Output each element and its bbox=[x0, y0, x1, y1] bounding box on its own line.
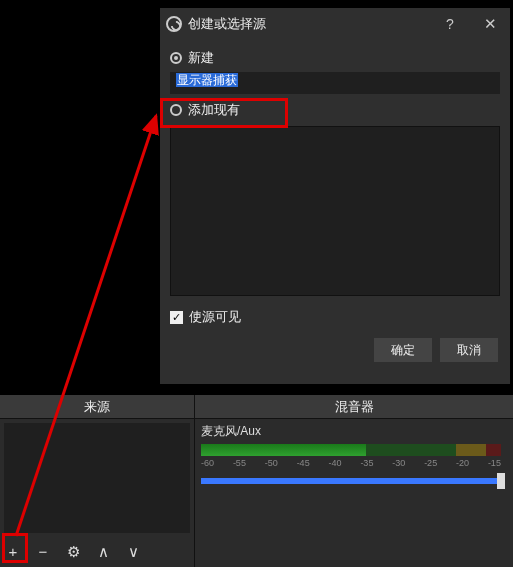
bottom-panels: 来源 + − ⚙ ∧ ∨ 混音器 麦克风/Aux -60-55-50-45-40… bbox=[0, 395, 513, 567]
meter-scale: -60-55-50-45-40-35-30-25-20-15 bbox=[201, 458, 501, 468]
radio-existing-row[interactable]: 添加现有 bbox=[170, 100, 500, 120]
radio-new-label: 新建 bbox=[188, 49, 214, 67]
sources-toolbar: + − ⚙ ∧ ∨ bbox=[4, 539, 142, 563]
existing-sources-list[interactable] bbox=[170, 126, 500, 296]
radio-existing-label: 添加现有 bbox=[188, 101, 240, 119]
visible-label: 使源可见 bbox=[189, 308, 241, 326]
mixer-panel: 混音器 麦克风/Aux -60-55-50-45-40-35-30-25-20-… bbox=[195, 395, 513, 567]
volume-meter bbox=[201, 444, 501, 456]
visible-checkbox[interactable]: ✓ bbox=[170, 311, 183, 324]
dialog-titlebar: 创建或选择源 ? ✕ bbox=[160, 8, 510, 40]
volume-slider[interactable] bbox=[201, 478, 501, 484]
obs-logo-icon bbox=[166, 16, 182, 32]
sources-header: 来源 bbox=[0, 395, 194, 419]
add-source-button[interactable]: + bbox=[4, 544, 22, 559]
radio-new[interactable] bbox=[170, 52, 182, 64]
mixer-track-label: 麦克风/Aux bbox=[201, 423, 513, 440]
visible-check-row[interactable]: ✓ 使源可见 bbox=[170, 308, 500, 326]
close-button[interactable]: ✕ bbox=[470, 15, 510, 33]
create-source-dialog: 创建或选择源 ? ✕ 新建 显示器捕获 添加现有 ✓ 使源可见 确定 取消 bbox=[159, 7, 511, 385]
slider-thumb[interactable] bbox=[497, 473, 505, 489]
move-down-button[interactable]: ∨ bbox=[124, 544, 142, 559]
source-name-input[interactable]: 显示器捕获 bbox=[170, 72, 500, 94]
source-settings-button[interactable]: ⚙ bbox=[64, 544, 82, 559]
dialog-title: 创建或选择源 bbox=[188, 15, 266, 33]
remove-source-button[interactable]: − bbox=[34, 544, 52, 559]
ok-button[interactable]: 确定 bbox=[374, 338, 432, 362]
move-up-button[interactable]: ∧ bbox=[94, 544, 112, 559]
sources-list[interactable] bbox=[4, 423, 190, 533]
help-button[interactable]: ? bbox=[430, 16, 470, 32]
sources-panel: 来源 + − ⚙ ∧ ∨ bbox=[0, 395, 195, 567]
radio-existing[interactable] bbox=[170, 104, 182, 116]
radio-new-row[interactable]: 新建 bbox=[170, 48, 500, 68]
cancel-button[interactable]: 取消 bbox=[440, 338, 498, 362]
mixer-header: 混音器 bbox=[195, 395, 513, 419]
